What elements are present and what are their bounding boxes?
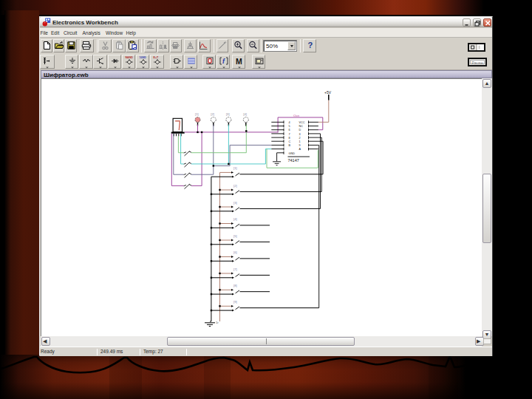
svg-text:[1]: [1] [195, 112, 199, 116]
svg-text:D: D [299, 129, 301, 132]
svg-text:[2]: [2] [211, 112, 214, 116]
svg-text:VCC: VCC [299, 121, 305, 124]
svg-text:NAND: NAND [125, 56, 133, 59]
svg-text:[7]: [7] [233, 267, 237, 271]
svg-text:f: f [222, 57, 225, 64]
svg-text:8: 8 [289, 137, 290, 140]
svg-text:7: 7 [289, 133, 290, 136]
svg-text:[2]: [2] [233, 184, 237, 188]
svg-text:[8]: [8] [233, 284, 237, 287]
svg-text:C: C [289, 140, 291, 143]
svg-text:1: 1 [299, 140, 301, 143]
svg-text:Осн: Осн [293, 114, 300, 117]
svg-text:+5V: +5V [324, 90, 332, 95]
svg-text:[6]: [6] [233, 250, 237, 254]
svg-text:[4]: [4] [233, 217, 237, 221]
svg-text:74147: 74147 [288, 158, 299, 163]
svg-text:10SD: 10SD [140, 56, 146, 59]
svg-text:6: 6 [289, 129, 290, 132]
svg-text:M: M [236, 56, 242, 65]
svg-text:GND: GND [289, 152, 296, 155]
svg-text:[9]: [9] [233, 300, 237, 304]
svg-text:[4]: [4] [243, 112, 247, 116]
svg-text:3: 3 [299, 133, 301, 136]
svg-text:[3]: [3] [226, 112, 230, 116]
svg-text:[1]: [1] [233, 166, 237, 170]
svg-text:5: 5 [289, 125, 290, 128]
svg-text:A: A [299, 148, 301, 151]
svg-text:2: 2 [299, 137, 301, 140]
svg-text:4: 4 [289, 121, 290, 124]
svg-text:B: B [289, 144, 291, 147]
svg-text:[3]: [3] [233, 201, 237, 205]
svg-text:E+T: E+T [154, 56, 159, 59]
svg-text:9: 9 [299, 144, 301, 147]
svg-text:NC: NC [299, 125, 304, 128]
svg-text:1r: 1r [216, 321, 219, 324]
svg-text:[5]: [5] [233, 234, 237, 238]
